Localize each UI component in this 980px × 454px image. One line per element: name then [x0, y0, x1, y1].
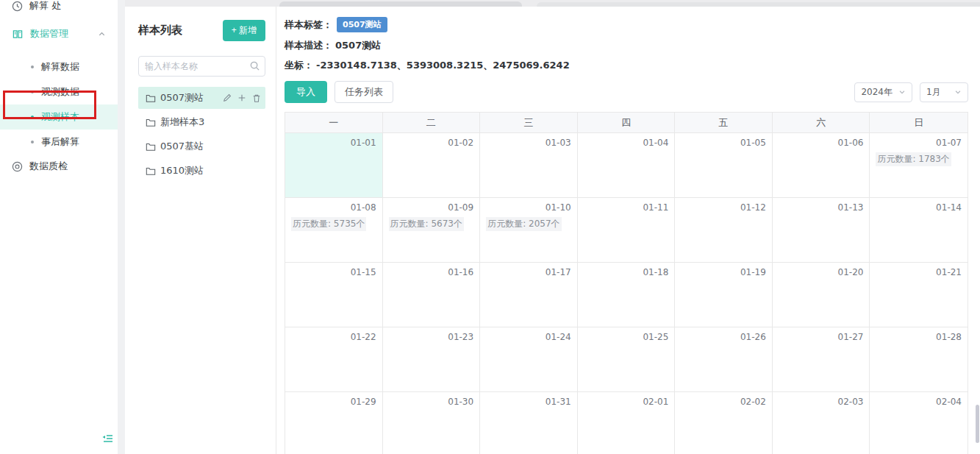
calendar-date-label: 01-23 [389, 332, 474, 342]
calendar-cell-01-11[interactable]: 01-11 [578, 198, 676, 263]
task-list-button[interactable]: 任务列表 [335, 81, 393, 103]
database-icon [12, 29, 24, 40]
calendar-week-1: 01-08历元数量: 5735个01-09历元数量: 5673个01-10历元数… [285, 198, 968, 263]
collapse-sidebar-icon [101, 433, 113, 444]
calendar-cell-01-15[interactable]: 01-15 [285, 263, 383, 327]
chevron-down-icon [898, 88, 906, 96]
calendar-week-2: 01-1501-1601-1701-1801-1901-2001-21 [285, 263, 968, 327]
tree-item-label: 新增样本3 [160, 116, 204, 129]
calendar-cell-01-06[interactable]: 01-06 [773, 133, 870, 198]
sample-tree-item-3[interactable]: 1610测站 [138, 160, 265, 182]
epoch-calendar: 一二三四五六日 01-0101-0201-0301-0401-0501-0601… [285, 112, 968, 454]
sidebar-subitem-3[interactable]: 事后解算 [0, 130, 118, 155]
calendar-cell-01-09[interactable]: 01-09历元数量: 5673个 [383, 198, 481, 263]
sidebar: 解算 处 数据管理 解算数据观测数据观测样本事后解算 数据质检 [0, 0, 118, 454]
folder-icon [146, 93, 156, 103]
calendar-date-label: 01-22 [291, 332, 376, 342]
calendar-cell-01-23[interactable]: 01-23 [383, 327, 481, 392]
calendar-cell-01-13[interactable]: 01-13 [773, 198, 870, 263]
calendar-cell-01-29[interactable]: 01-29 [285, 392, 383, 454]
sidebar-subitem-0[interactable]: 解算数据 [0, 54, 118, 79]
folder-icon [146, 166, 156, 176]
delete-sample-button[interactable] [252, 93, 261, 103]
calendar-date-label: 01-06 [779, 138, 864, 148]
calendar-date-label: 02-02 [681, 397, 766, 407]
calendar-date-label: 01-10 [486, 202, 571, 213]
import-button[interactable]: 导入 [285, 81, 327, 103]
folder-icon [146, 142, 156, 152]
month-select-value: 1月 [926, 86, 941, 99]
sidebar-collapse-button[interactable] [101, 433, 113, 447]
sample-tree-item-0[interactable]: 0507测站 [138, 87, 265, 109]
sample-tree: 0507测站新增样本30507基站1610测站 [138, 87, 265, 182]
year-select-value: 2024年 [861, 86, 893, 99]
sidebar-subitem-2[interactable]: 观测样本 [0, 104, 118, 130]
add-sample-button[interactable]: + 新增 [223, 20, 265, 41]
calendar-cell-02-01[interactable]: 02-01 [578, 392, 676, 454]
add-child-sample-button[interactable] [237, 93, 246, 102]
calendar-weekday-header: 一二三四五六日 [285, 113, 968, 133]
calendar-date-label: 01-01 [291, 138, 376, 148]
sidebar-item-label: 数据质检 [29, 160, 68, 173]
calendar-cell-01-22[interactable]: 01-22 [285, 327, 383, 392]
calendar-cell-01-07[interactable]: 01-07历元数量: 1783个 [870, 133, 968, 198]
calendar-cell-01-01[interactable]: 01-01 [285, 133, 383, 198]
sidebar-item-data-quality[interactable]: 数据质检 [0, 153, 118, 180]
month-select[interactable]: 1月 [920, 82, 968, 102]
sidebar-item-clipped[interactable]: 解算 处 [0, 0, 118, 19]
vertical-scrollbar-thumb[interactable] [976, 405, 979, 443]
sidebar-subitem-1[interactable]: 观测数据 [0, 79, 118, 104]
sidebar-subitem-label: 观测样本 [41, 110, 79, 124]
calendar-cell-01-04[interactable]: 01-04 [578, 133, 676, 198]
calendar-cell-01-12[interactable]: 01-12 [675, 198, 773, 263]
calendar-cell-01-02[interactable]: 01-02 [383, 133, 481, 198]
year-select[interactable]: 2024年 [854, 82, 912, 102]
bullet-dot [31, 91, 34, 93]
sidebar-menu-data-management[interactable]: 数据管理 [0, 21, 118, 47]
calendar-date-label: 02-03 [779, 397, 864, 407]
calendar-cell-01-31[interactable]: 01-31 [480, 392, 578, 454]
coordinates-value: -2330148.7138、5393008.3215、2475069.6242 [316, 59, 570, 72]
calendar-cell-01-21[interactable]: 01-21 [870, 263, 968, 327]
folder-icon [146, 118, 156, 127]
calendar-cell-01-05[interactable]: 01-05 [675, 133, 773, 198]
calendar-cell-02-03[interactable]: 02-03 [773, 392, 870, 454]
calendar-cell-01-18[interactable]: 01-18 [578, 263, 676, 327]
calendar-cell-01-25[interactable]: 01-25 [578, 327, 676, 392]
calendar-cell-01-03[interactable]: 01-03 [480, 133, 578, 198]
sample-tree-item-1[interactable]: 新增样本3 [138, 111, 265, 133]
calendar-cell-01-20[interactable]: 01-20 [773, 263, 870, 327]
calendar-cell-01-28[interactable]: 01-28 [870, 327, 968, 392]
calendar-date-label: 02-01 [584, 397, 669, 407]
calendar-cell-02-02[interactable]: 02-02 [675, 392, 773, 454]
calendar-week-0: 01-0101-0201-0301-0401-0501-0601-07历元数量:… [285, 133, 968, 198]
weekday-header-4: 五 [675, 113, 773, 132]
calendar-cell-01-14[interactable]: 01-14 [870, 198, 968, 263]
calendar-body: 01-0101-0201-0301-0401-0501-0601-07历元数量:… [285, 133, 968, 454]
calendar-cell-01-17[interactable]: 01-17 [480, 263, 578, 327]
calendar-date-label: 02-04 [876, 397, 962, 407]
calendar-cell-02-04[interactable]: 02-04 [870, 392, 968, 454]
sidebar-item-label: 解算 处 [29, 0, 61, 13]
calendar-cell-01-26[interactable]: 01-26 [675, 327, 773, 392]
calendar-cell-01-24[interactable]: 01-24 [480, 327, 578, 392]
calendar-cell-01-08[interactable]: 01-08历元数量: 5735个 [285, 198, 383, 263]
sidebar-subitem-label: 事后解算 [41, 135, 79, 149]
calendar-cell-01-19[interactable]: 01-19 [675, 263, 773, 327]
sample-search-input[interactable] [138, 56, 265, 77]
calendar-cell-01-30[interactable]: 01-30 [383, 392, 481, 454]
calendar-cell-01-10[interactable]: 01-10历元数量: 2057个 [480, 198, 578, 263]
weekday-header-6: 日 [870, 113, 968, 132]
chevron-down-icon [954, 88, 962, 96]
trash-icon [252, 93, 261, 103]
sample-tag-label: 样本标签： [285, 18, 332, 32]
calendar-date-label: 01-19 [681, 267, 766, 277]
sample-tree-item-2[interactable]: 0507基站 [138, 135, 265, 157]
calendar-cell-01-27[interactable]: 01-27 [773, 327, 870, 392]
edit-sample-button[interactable] [223, 93, 232, 102]
calendar-date-label: 01-13 [779, 202, 864, 213]
calendar-cell-01-16[interactable]: 01-16 [383, 263, 481, 327]
tree-item-label: 0507基站 [160, 140, 204, 153]
clipped-browser-tab [279, 1, 522, 7]
calendar-date-label: 01-25 [584, 332, 669, 342]
